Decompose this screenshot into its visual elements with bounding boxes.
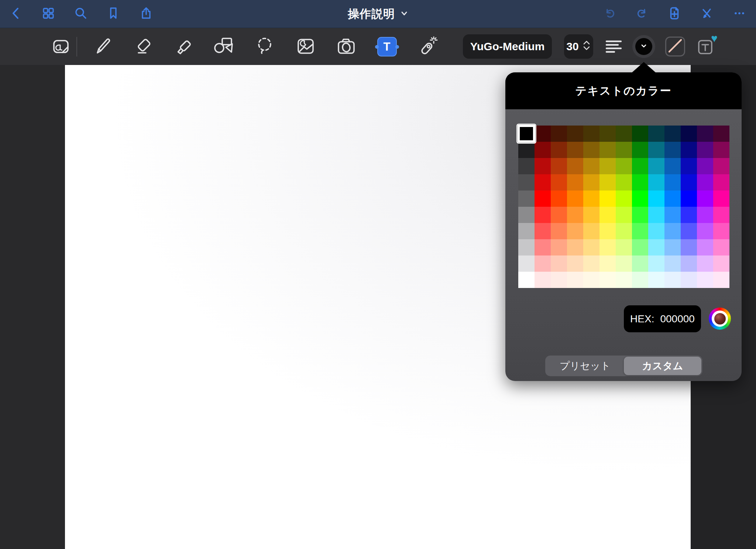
color-swatch[interactable] (535, 142, 551, 158)
color-swatch[interactable] (681, 174, 697, 191)
color-swatch[interactable] (632, 255, 648, 272)
hex-input[interactable]: HEX: 000000 (624, 305, 701, 332)
back-button[interactable] (4, 0, 28, 28)
color-swatch[interactable] (648, 191, 664, 207)
color-swatch[interactable] (567, 126, 583, 142)
color-swatch[interactable] (599, 223, 616, 239)
color-swatch[interactable] (681, 142, 697, 158)
color-swatch[interactable] (632, 191, 648, 207)
color-swatch[interactable] (697, 223, 713, 239)
color-swatch[interactable] (567, 239, 583, 255)
more-button[interactable] (728, 0, 751, 28)
color-swatch[interactable] (599, 239, 616, 255)
tab-custom[interactable]: カスタム (624, 357, 701, 375)
tab-preset[interactable]: プリセット (546, 357, 624, 375)
add-page-button[interactable] (663, 0, 686, 28)
color-swatch[interactable] (713, 174, 729, 191)
color-swatch[interactable] (583, 126, 599, 142)
color-swatch[interactable] (599, 126, 616, 142)
color-swatch[interactable] (713, 272, 729, 288)
color-swatch[interactable] (551, 126, 567, 142)
undo-button[interactable] (598, 0, 622, 28)
color-swatch[interactable] (517, 124, 535, 143)
color-swatch[interactable] (681, 158, 697, 174)
color-swatch[interactable] (664, 239, 681, 255)
color-swatch[interactable] (567, 191, 583, 207)
color-swatch[interactable] (632, 174, 648, 191)
view-mode-button[interactable] (46, 28, 76, 65)
page-thumbnails-button[interactable] (37, 0, 60, 28)
color-swatch[interactable] (713, 126, 729, 142)
color-swatch[interactable] (599, 174, 616, 191)
color-swatch[interactable] (632, 126, 648, 142)
color-swatch[interactable] (632, 142, 648, 158)
color-swatch[interactable] (518, 191, 535, 207)
color-swatch[interactable] (567, 207, 583, 223)
color-swatch[interactable] (648, 272, 664, 288)
color-swatch[interactable] (583, 223, 599, 239)
color-swatch[interactable] (583, 142, 599, 158)
color-swatch[interactable] (599, 272, 616, 288)
color-swatch[interactable] (632, 239, 648, 255)
color-swatch[interactable] (535, 272, 551, 288)
color-swatch[interactable] (551, 191, 567, 207)
color-swatch[interactable] (567, 174, 583, 191)
color-swatch[interactable] (583, 272, 599, 288)
search-button[interactable] (69, 0, 93, 28)
color-swatch[interactable] (648, 255, 664, 272)
color-swatch[interactable] (713, 158, 729, 174)
color-swatch[interactable] (616, 174, 632, 191)
color-swatch[interactable] (664, 272, 681, 288)
eraser-tool-button[interactable] (129, 28, 159, 65)
color-swatch[interactable] (616, 158, 632, 174)
color-swatch[interactable] (518, 272, 535, 288)
color-swatch[interactable] (583, 191, 599, 207)
color-swatch[interactable] (567, 223, 583, 239)
color-swatch[interactable] (648, 239, 664, 255)
text-alignment-button[interactable] (599, 28, 629, 65)
color-swatch[interactable] (616, 191, 632, 207)
color-swatch[interactable] (518, 142, 535, 158)
color-swatch[interactable] (664, 223, 681, 239)
color-swatch[interactable] (616, 126, 632, 142)
color-swatch[interactable] (681, 191, 697, 207)
color-swatch[interactable] (599, 207, 616, 223)
color-swatch[interactable] (697, 191, 713, 207)
color-swatch[interactable] (583, 174, 599, 191)
text-tool-button[interactable]: T (372, 28, 402, 65)
color-swatch[interactable] (632, 207, 648, 223)
color-swatch[interactable] (664, 126, 681, 142)
color-swatch[interactable] (664, 174, 681, 191)
color-swatch[interactable] (697, 174, 713, 191)
color-swatch[interactable] (713, 239, 729, 255)
color-swatch[interactable] (697, 272, 713, 288)
highlighter-tool-button[interactable] (170, 28, 199, 65)
color-swatch[interactable] (535, 239, 551, 255)
color-swatch[interactable] (681, 223, 697, 239)
color-swatch[interactable] (713, 223, 729, 239)
color-swatch[interactable] (648, 142, 664, 158)
camera-tool-button[interactable] (331, 28, 361, 65)
color-swatch[interactable] (616, 207, 632, 223)
color-swatch[interactable] (681, 272, 697, 288)
color-swatch[interactable] (632, 272, 648, 288)
color-swatch[interactable] (681, 239, 697, 255)
color-swatch[interactable] (551, 158, 567, 174)
color-swatch[interactable] (648, 174, 664, 191)
color-swatch[interactable] (648, 158, 664, 174)
color-swatch[interactable] (518, 174, 535, 191)
color-swatch[interactable] (713, 207, 729, 223)
color-swatch[interactable] (551, 207, 567, 223)
color-swatch[interactable] (648, 207, 664, 223)
color-swatch[interactable] (551, 142, 567, 158)
color-swatch[interactable] (681, 255, 697, 272)
lasso-tool-button[interactable] (250, 28, 279, 65)
image-tool-button[interactable] (291, 28, 320, 65)
color-swatch[interactable] (681, 207, 697, 223)
color-swatch[interactable] (616, 255, 632, 272)
color-swatch[interactable] (518, 255, 535, 272)
bookmark-button[interactable] (102, 0, 125, 28)
color-swatch[interactable] (599, 142, 616, 158)
text-style-button[interactable]: ♥ (695, 37, 716, 57)
color-swatch[interactable] (535, 223, 551, 239)
